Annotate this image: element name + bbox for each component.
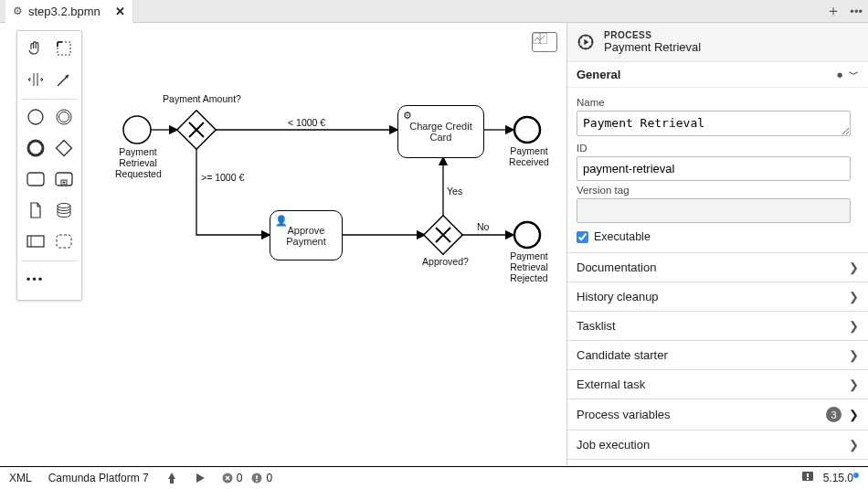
run-icon[interactable] (195, 473, 206, 484)
start-event[interactable] (123, 116, 151, 144)
executable-row[interactable]: Executable (577, 230, 859, 243)
chevron-right-icon: ❯ (849, 438, 859, 452)
chevron-right-icon: ❯ (849, 408, 859, 421)
task-charge-credit-card[interactable]: Charge Credit Card ⚙ (397, 105, 484, 158)
panel-type: PROCESS (604, 30, 701, 40)
group-label: Process variables (577, 408, 671, 421)
intermediate-event-icon[interactable] (52, 105, 76, 129)
task-label: Approve Payment (286, 225, 325, 247)
group-tasklist[interactable]: Tasklist❯ (567, 311, 868, 340)
gateway1-label: Payment Amount? (161, 93, 243, 104)
platform-label: Camunda Platform 7 (48, 472, 149, 484)
connect-tool-icon[interactable] (52, 68, 76, 91)
section-general[interactable]: General ● ﹀ (567, 62, 868, 88)
svg-rect-17 (56, 141, 71, 156)
gateway-approved[interactable] (424, 216, 462, 254)
group-label: External task (577, 377, 645, 391)
chevron-right-icon: ❯ (849, 260, 859, 274)
version-field[interactable] (577, 198, 851, 223)
end-event-rejected[interactable] (514, 222, 540, 248)
chevron-down-icon[interactable]: ﹀ (849, 68, 859, 81)
group-candidate-starter[interactable]: Candidate starter❯ (567, 340, 868, 369)
svg-rect-31 (257, 480, 259, 482)
feedback-icon[interactable] (801, 471, 814, 486)
tab[interactable]: ⚙ step3.2.bpmn ✕ (5, 0, 133, 23)
svg-rect-26 (57, 235, 71, 248)
svg-rect-24 (27, 236, 44, 247)
end-event-received[interactable] (514, 117, 540, 143)
subprocess-icon[interactable] (52, 167, 76, 191)
group-job-execution[interactable]: Job execution❯ (567, 430, 868, 459)
group-icon[interactable] (52, 229, 76, 253)
name-label: Name (577, 97, 859, 108)
end-event-icon[interactable] (24, 136, 48, 160)
panel-title: Payment Retrieval (604, 40, 701, 54)
add-tab-icon[interactable]: ＋ (826, 2, 841, 21)
edge-yes-label: Yes (447, 186, 462, 197)
hand-tool-icon[interactable] (24, 37, 48, 60)
status-bar: XML Camunda Platform 7 0 0 5.15.0 (0, 466, 868, 489)
task-label: Charge Credit Card (409, 121, 471, 143)
task-approve-payment[interactable]: Approve Payment 👤 (270, 210, 343, 260)
gateway-icon[interactable] (52, 136, 76, 160)
svg-rect-33 (807, 473, 809, 477)
group-external-task[interactable]: External task❯ (567, 369, 868, 399)
user-task-icon: 👤 (275, 215, 288, 227)
group-label: History cleanup (577, 290, 659, 303)
panel-header: PROCESS Payment Retrieval (567, 23, 868, 62)
svg-rect-18 (27, 173, 44, 186)
lasso-tool-icon[interactable] (52, 37, 76, 60)
tab-title: step3.2.bpmn (28, 5, 101, 18)
id-label: ID (577, 143, 859, 154)
close-icon[interactable]: ✕ (115, 5, 125, 18)
count-badge: 3 (826, 407, 842, 422)
chevron-right-icon: ❯ (849, 319, 859, 333)
edge-ge-label: >= 1000 € (201, 172, 244, 183)
id-field[interactable] (577, 156, 851, 181)
start-event-icon[interactable] (24, 105, 48, 129)
kebab-icon[interactable]: ••• (850, 5, 863, 18)
process-icon (577, 33, 595, 51)
participant-icon[interactable] (24, 229, 48, 253)
section-title: General (577, 68, 620, 81)
group-label: Candidate starter (577, 348, 668, 362)
more-tools-icon[interactable]: ••• (24, 267, 48, 291)
group-label: Documentation (577, 260, 656, 274)
gear-icon: ⚙ (13, 5, 23, 17)
edge-no-label: No (477, 221, 489, 232)
service-task-icon: ⚙ (403, 110, 412, 122)
task-icon[interactable] (24, 167, 48, 191)
group-process-variables[interactable]: Process variables3❯ (567, 399, 868, 430)
end-rejected-label: Payment RetrievalRejected (495, 250, 563, 283)
gateway2-label: Approved? (420, 256, 471, 267)
executable-checkbox[interactable] (577, 231, 588, 243)
marker-dot-icon: ● (836, 68, 843, 81)
xml-toggle[interactable]: XML (9, 472, 32, 484)
group-label: Tasklist (577, 319, 616, 333)
chevron-right-icon: ❯ (849, 290, 859, 303)
group-execution-listeners[interactable]: Execution listeners＋ (567, 459, 868, 466)
name-field[interactable] (577, 111, 851, 136)
svg-point-16 (28, 141, 43, 155)
group-history-cleanup[interactable]: History cleanup❯ (567, 282, 868, 311)
minimap-toggle[interactable] (532, 32, 557, 52)
version-label: 5.15.0 (823, 472, 859, 484)
svg-rect-9 (58, 42, 70, 55)
executable-label: Executable (594, 230, 651, 243)
svg-point-23 (58, 204, 70, 208)
version-label: Version tag (577, 185, 859, 196)
group-label: Job execution (577, 438, 650, 452)
edge-lt-label: < 1000 € (288, 117, 325, 128)
problems-indicator[interactable]: 0 0 (222, 472, 272, 484)
data-object-icon[interactable] (24, 198, 48, 222)
deploy-icon[interactable] (165, 472, 178, 484)
space-tool-icon[interactable] (24, 68, 48, 91)
data-store-icon[interactable] (52, 198, 76, 222)
svg-rect-34 (807, 478, 809, 480)
svg-point-13 (28, 110, 43, 124)
group-documentation[interactable]: Documentation❯ (567, 252, 868, 282)
gateway-amount[interactable] (177, 111, 216, 149)
svg-point-15 (58, 112, 69, 122)
chevron-right-icon: ❯ (849, 348, 859, 362)
end-received-label: PaymentReceived (508, 145, 550, 167)
